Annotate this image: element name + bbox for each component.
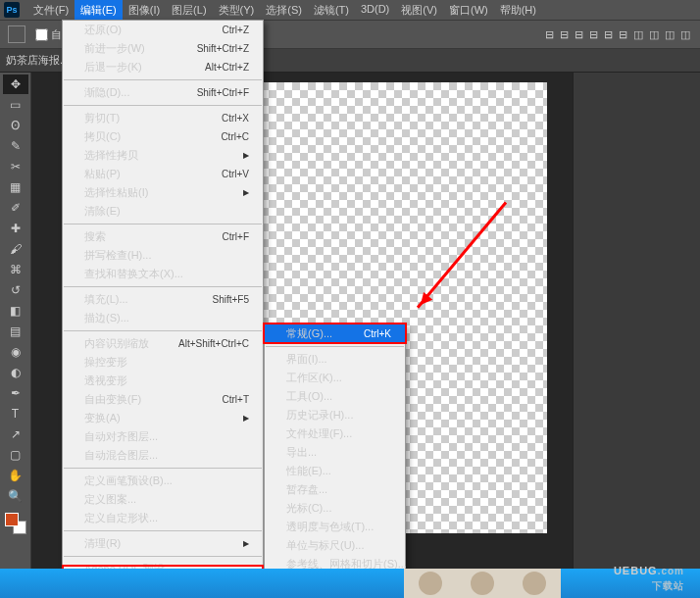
- menu-item[interactable]: 帮助(H): [494, 0, 542, 21]
- toolbox: ✥▭ʘ✎✂▦✐✚🖌⌘↺◧▤◉◐✒T↗▢✋🔍: [0, 73, 31, 569]
- mode-3d-icon[interactable]: ◫: [633, 28, 643, 41]
- menu-item[interactable]: 暂存盘...: [265, 480, 405, 499]
- menu-item[interactable]: 工具(O)...: [265, 387, 405, 406]
- menu-item[interactable]: 搜索Ctrl+F: [63, 227, 263, 246]
- menu-item[interactable]: 界面(I)...: [265, 350, 405, 369]
- menu-item[interactable]: 后退一步(K)Alt+Ctrl+Z: [63, 58, 263, 76]
- menu-item[interactable]: 拷贝(C)Ctrl+C: [63, 127, 263, 146]
- menu-item[interactable]: 前进一步(W)Shift+Ctrl+Z: [63, 39, 263, 58]
- mode-3d-icon[interactable]: ◫: [680, 28, 690, 41]
- menu-item[interactable]: 导出...: [265, 443, 405, 462]
- menu-item[interactable]: 性能(E)...: [265, 462, 405, 480]
- quick-select-tool-icon[interactable]: ✎: [3, 136, 28, 156]
- align-icon[interactable]: ⊟: [589, 28, 598, 41]
- move-tool-icon: [8, 25, 25, 43]
- menu-item[interactable]: 图像(I): [123, 0, 166, 21]
- marquee-tool-icon[interactable]: ▭: [3, 95, 28, 115]
- lasso-tool-icon[interactable]: ʘ: [3, 116, 28, 135]
- align-icon[interactable]: ⊟: [545, 28, 554, 41]
- menu-item[interactable]: 查找和替换文本(X)...: [63, 265, 263, 283]
- menu-item[interactable]: 自动对齐图层...: [63, 427, 263, 446]
- menu-item[interactable]: 剪切(T)Ctrl+X: [63, 109, 263, 127]
- menu-item[interactable]: 透明度与色域(T)...: [265, 518, 405, 536]
- menu-item[interactable]: 定义画笔预设(B)...: [63, 472, 263, 490]
- menu-item[interactable]: 常规(G)...Ctrl+K: [265, 324, 405, 343]
- menu-item[interactable]: 选择性粘贴(I)▶: [63, 183, 263, 202]
- menu-item[interactable]: 自动混合图层...: [63, 446, 263, 465]
- watermark: UEBUG.com 下载站: [614, 557, 684, 593]
- type-tool-icon[interactable]: T: [3, 404, 28, 424]
- mode-3d-icon[interactable]: ◫: [665, 28, 675, 41]
- menu-item[interactable]: 定义自定形状...: [63, 509, 263, 527]
- taskbar: [0, 569, 700, 598]
- align-icon[interactable]: ⊟: [575, 28, 583, 41]
- menu-item[interactable]: 类型(Y): [213, 0, 261, 21]
- menu-item[interactable]: 窗口(W): [443, 0, 494, 21]
- menu-item[interactable]: 变换(A)▶: [63, 409, 263, 427]
- move-tool-icon[interactable]: ✥: [3, 75, 28, 94]
- menu-item[interactable]: 光标(C)...: [265, 499, 405, 518]
- frame-tool-icon[interactable]: ▦: [3, 177, 28, 197]
- eyedropper-tool-icon[interactable]: ✐: [3, 198, 28, 218]
- crop-tool-icon[interactable]: ✂: [3, 157, 28, 176]
- hand-tool-icon[interactable]: ✋: [3, 466, 28, 485]
- menu-item[interactable]: 单位与标尺(U)...: [265, 536, 405, 555]
- menu-item[interactable]: 选择性拷贝▶: [63, 146, 263, 165]
- align-icon[interactable]: ⊟: [560, 28, 569, 41]
- menu-item[interactable]: 选择(S): [260, 0, 308, 21]
- distribute-icon[interactable]: ⊟: [619, 28, 627, 41]
- path-tool-icon[interactable]: ↗: [3, 424, 28, 444]
- menu-item[interactable]: 自由变换(F)Ctrl+T: [63, 390, 263, 409]
- menu-item[interactable]: 填充(L)...Shift+F5: [63, 290, 263, 309]
- menu-item[interactable]: 视图(V): [395, 0, 443, 21]
- preferences-submenu[interactable]: 常规(G)...Ctrl+K界面(I)...工作区(K)...工具(O)...历…: [264, 324, 406, 598]
- blur-tool-icon[interactable]: ◉: [3, 342, 28, 362]
- patch-tool-icon[interactable]: ✚: [3, 219, 28, 238]
- brush-tool-icon[interactable]: 🖌: [3, 239, 28, 259]
- pen-tool-icon[interactable]: ✒: [3, 383, 28, 403]
- distribute-icon[interactable]: ⊟: [604, 28, 613, 41]
- mode-3d-icon[interactable]: ◫: [649, 28, 659, 41]
- menu-item[interactable]: 拼写检查(H)...: [63, 246, 263, 265]
- menu-item[interactable]: 操控变形: [63, 353, 263, 372]
- stamp-tool-icon[interactable]: ⌘: [3, 260, 28, 279]
- menu-item[interactable]: 文件(F): [27, 0, 75, 21]
- menu-item[interactable]: 3D(D): [355, 0, 395, 21]
- decorative-image: [404, 569, 561, 598]
- menu-item[interactable]: 工作区(K)...: [265, 369, 405, 387]
- menu-item[interactable]: 描边(S)...: [63, 309, 263, 327]
- menu-item[interactable]: 清理(R)▶: [63, 534, 263, 553]
- menu-item[interactable]: 历史记录(H)...: [265, 406, 405, 424]
- history-brush-tool-icon[interactable]: ↺: [3, 280, 28, 300]
- gradient-tool-icon[interactable]: ▤: [3, 322, 28, 341]
- color-swatches[interactable]: [5, 513, 26, 534]
- rect-tool-icon[interactable]: ▢: [3, 445, 28, 465]
- menubar: 文件(F)编辑(E)图像(I)图层(L)类型(Y)选择(S)滤镜(T)3D(D)…: [27, 0, 542, 21]
- menu-item[interactable]: 清除(E): [63, 202, 263, 221]
- menu-item[interactable]: 内容识别缩放Alt+Shift+Ctrl+C: [63, 334, 263, 353]
- zoom-tool-icon[interactable]: 🔍: [3, 486, 28, 506]
- menu-item[interactable]: 定义图案...: [63, 490, 263, 509]
- menu-item[interactable]: 透视变形: [63, 372, 263, 390]
- app-logo: Ps: [4, 2, 20, 18]
- eraser-tool-icon[interactable]: ◧: [3, 301, 28, 321]
- dodge-tool-icon[interactable]: ◐: [3, 363, 28, 382]
- edit-menu-dropdown[interactable]: 还原(O)Ctrl+Z前进一步(W)Shift+Ctrl+Z后退一步(K)Alt…: [62, 20, 264, 598]
- panels-right[interactable]: [573, 73, 700, 569]
- menu-item[interactable]: 还原(O)Ctrl+Z: [63, 21, 263, 39]
- menu-item[interactable]: 渐隐(D)...Shift+Ctrl+F: [63, 83, 263, 102]
- menu-item[interactable]: 编辑(E): [75, 0, 123, 21]
- menu-item[interactable]: 滤镜(T): [308, 0, 355, 21]
- menu-item[interactable]: 粘贴(P)Ctrl+V: [63, 165, 263, 183]
- menu-item[interactable]: 图层(L): [166, 0, 212, 21]
- menu-item[interactable]: 文件处理(F)...: [265, 424, 405, 443]
